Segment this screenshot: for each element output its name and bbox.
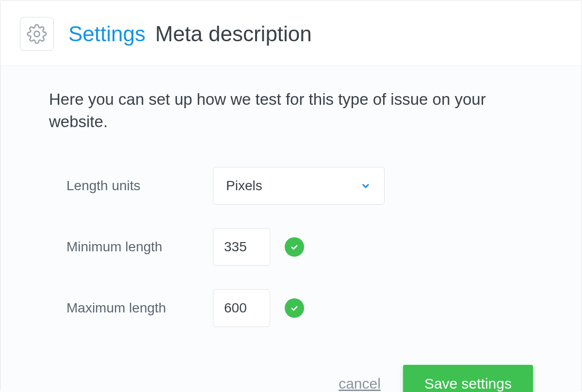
settings-dialog: Settings Meta description Here you can s… — [0, 0, 582, 392]
min-length-label: Minimum length — [66, 239, 213, 255]
dialog-title: Settings Meta description — [68, 23, 312, 45]
svg-point-0 — [34, 31, 39, 36]
length-units-select[interactable]: Pixels — [213, 167, 385, 205]
length-units-value: Pixels — [226, 178, 360, 194]
title-section: Meta description — [155, 23, 312, 45]
length-units-row: Length units Pixels — [66, 167, 533, 205]
check-icon — [290, 242, 299, 252]
max-length-input[interactable] — [213, 289, 270, 327]
max-length-row: Maximum length — [66, 289, 533, 327]
gear-icon — [27, 24, 47, 44]
min-length-input[interactable] — [213, 228, 270, 266]
title-category: Settings — [68, 23, 146, 45]
dialog-body: Here you can set up how we test for this… — [0, 65, 582, 392]
length-units-label: Length units — [66, 178, 213, 194]
check-icon — [290, 303, 299, 313]
dialog-actions: cancel Save settings — [49, 365, 533, 392]
save-settings-button[interactable]: Save settings — [403, 365, 533, 392]
settings-form: Length units Pixels Minimum length Maxim… — [49, 167, 533, 327]
max-length-valid-badge — [285, 298, 304, 318]
gear-icon-box — [20, 17, 54, 51]
dialog-header: Settings Meta description — [0, 0, 582, 65]
min-length-row: Minimum length — [66, 228, 533, 266]
cancel-button[interactable]: cancel — [339, 376, 381, 392]
chevron-down-icon — [360, 180, 372, 192]
min-length-valid-badge — [285, 237, 304, 257]
description-text: Here you can set up how we test for this… — [49, 88, 533, 133]
max-length-label: Maximum length — [66, 300, 213, 316]
